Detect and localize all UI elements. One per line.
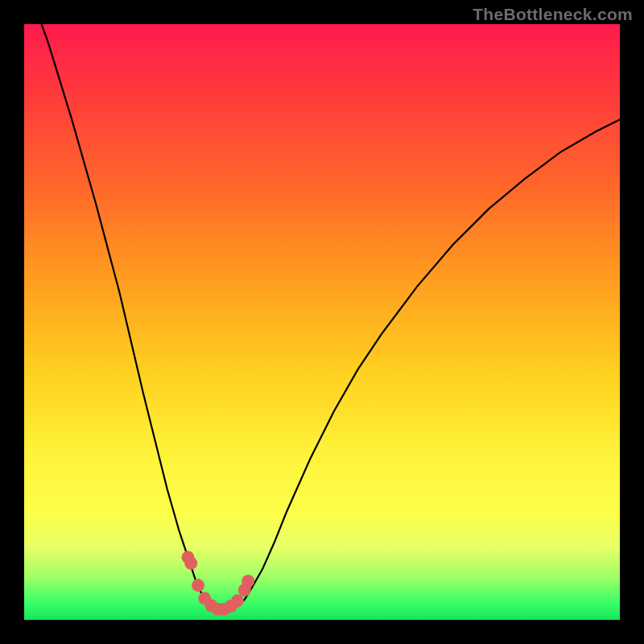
curve-marker xyxy=(242,575,254,588)
chart-canvas: TheBottleneck.com xyxy=(0,0,644,644)
curve-marker xyxy=(192,579,204,592)
curve-markers xyxy=(182,551,255,615)
chart-svg xyxy=(24,24,620,620)
curve-marker xyxy=(184,557,197,570)
bottleneck-curve xyxy=(24,0,620,610)
plot-area xyxy=(24,24,620,620)
curve-marker xyxy=(231,594,244,607)
watermark-text: TheBottleneck.com xyxy=(473,5,633,24)
